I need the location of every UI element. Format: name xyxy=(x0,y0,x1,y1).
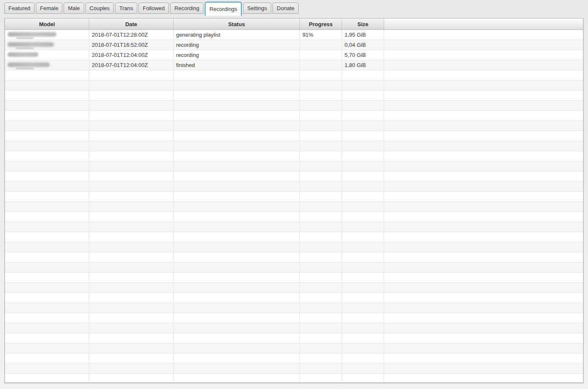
empty-cell xyxy=(5,222,89,232)
tab-featured[interactable]: Featured xyxy=(4,3,35,14)
tab-label: Male xyxy=(68,5,80,11)
recording-row[interactable]: 2018-07-01T16:52:00Z recording 0,04 GiB xyxy=(5,40,583,50)
empty-cell xyxy=(384,70,583,80)
empty-cell xyxy=(342,333,384,343)
empty-cell xyxy=(300,172,342,181)
empty-cell xyxy=(342,182,384,191)
empty-cell xyxy=(5,172,89,181)
recording-row[interactable]: 2018-07-01T12:04:00Z finished 1,80 GiB xyxy=(5,60,583,70)
tab-label: Featured xyxy=(8,5,30,11)
empty-row xyxy=(5,182,583,192)
empty-row xyxy=(5,161,583,172)
empty-cell xyxy=(342,354,384,363)
empty-cell xyxy=(384,141,583,151)
tab-label: Female xyxy=(40,5,58,11)
empty-cell xyxy=(300,313,342,323)
empty-cell xyxy=(89,91,174,100)
empty-cell xyxy=(5,101,89,110)
empty-row xyxy=(5,111,583,121)
empty-cell xyxy=(89,354,174,363)
column-header-date[interactable]: Date xyxy=(89,19,174,30)
empty-row xyxy=(5,293,583,303)
empty-cell xyxy=(5,283,89,292)
empty-cell xyxy=(174,151,300,161)
empty-row xyxy=(5,374,583,384)
tab-recording[interactable]: Recording xyxy=(170,3,203,14)
empty-cell xyxy=(384,263,583,272)
empty-row xyxy=(5,354,583,364)
empty-cell xyxy=(384,111,583,121)
empty-cell xyxy=(384,252,583,262)
empty-cell xyxy=(174,172,300,181)
empty-cell xyxy=(5,293,89,303)
tab-couples[interactable]: Couples xyxy=(86,3,114,14)
tab-followed[interactable]: Followed xyxy=(139,3,169,14)
empty-cell xyxy=(5,151,89,161)
empty-cell xyxy=(300,80,342,90)
recording-row[interactable]: 2018-07-01T12:28:00Z generating playlist… xyxy=(5,30,583,40)
recording-row[interactable]: 2018-07-01T12:04:00Z recording 5,70 GiB xyxy=(5,50,583,60)
empty-cell xyxy=(89,151,174,161)
empty-cell xyxy=(5,242,89,252)
empty-cell xyxy=(174,343,300,353)
tab-recordings[interactable]: Recordings xyxy=(205,2,242,16)
empty-cell xyxy=(5,131,89,141)
empty-cell xyxy=(384,182,583,191)
empty-row xyxy=(5,343,583,354)
tab-female[interactable]: Female xyxy=(36,3,62,14)
tab-settings[interactable]: Settings xyxy=(243,3,271,14)
empty-cell xyxy=(89,323,174,333)
empty-cell xyxy=(384,121,583,131)
empty-cell xyxy=(384,151,583,161)
empty-cell xyxy=(5,313,89,323)
empty-cell xyxy=(174,202,300,212)
empty-cell xyxy=(342,222,384,232)
tab-donate[interactable]: Donate xyxy=(273,3,299,14)
empty-cell xyxy=(89,313,174,323)
empty-row xyxy=(5,202,583,212)
empty-cell xyxy=(384,313,583,323)
empty-cell xyxy=(384,172,583,181)
empty-row xyxy=(5,263,583,273)
column-header-status[interactable]: Status xyxy=(174,19,300,30)
empty-cell xyxy=(342,111,384,121)
tab-label: Recording xyxy=(174,5,199,11)
column-header-size[interactable]: Size xyxy=(342,19,384,30)
tab-label: Trans xyxy=(119,5,133,11)
progress-cell xyxy=(300,50,342,60)
size-cell: 5,70 GiB xyxy=(342,50,384,60)
empty-cell xyxy=(174,354,300,363)
empty-cell xyxy=(89,252,174,262)
empty-cell xyxy=(174,263,300,272)
empty-cell xyxy=(174,91,300,100)
empty-cell xyxy=(89,111,174,121)
column-header-model[interactable]: Model xyxy=(5,19,89,30)
empty-cell xyxy=(384,293,583,303)
empty-row xyxy=(5,91,583,101)
column-header-progress[interactable]: Progress xyxy=(300,19,342,30)
empty-cell xyxy=(384,91,583,100)
recordings-table: Model Date Status Progress Size 2018-07-… xyxy=(4,18,584,384)
empty-row xyxy=(5,192,583,202)
column-header-filler xyxy=(384,19,583,30)
size-cell: 1,95 GiB xyxy=(342,30,384,40)
tab-trans[interactable]: Trans xyxy=(115,3,137,14)
empty-cell xyxy=(342,202,384,212)
empty-cell xyxy=(174,111,300,121)
tab-male[interactable]: Male xyxy=(64,3,84,14)
empty-cell xyxy=(174,131,300,141)
empty-cell xyxy=(5,192,89,201)
size-cell: 1,80 GiB xyxy=(342,60,384,70)
empty-cell xyxy=(89,121,174,131)
empty-cell xyxy=(300,283,342,292)
empty-cell xyxy=(5,121,89,131)
empty-cell xyxy=(89,101,174,110)
empty-cell xyxy=(300,293,342,303)
filler-cell xyxy=(384,60,583,70)
empty-cell xyxy=(300,252,342,262)
empty-cell xyxy=(174,252,300,262)
empty-cell xyxy=(5,323,89,333)
empty-cell xyxy=(384,273,583,282)
empty-row xyxy=(5,333,583,343)
empty-cell xyxy=(5,343,89,353)
